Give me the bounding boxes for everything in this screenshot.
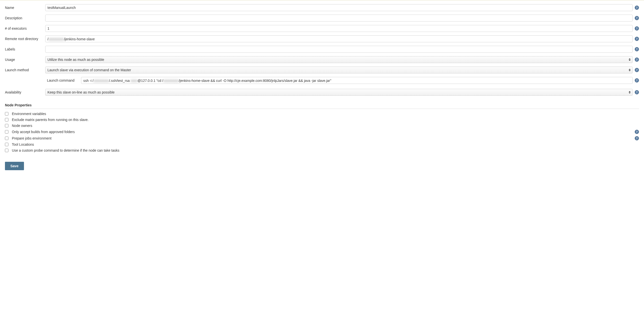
help-icon[interactable]: ? (634, 68, 639, 72)
row-availability: Availability Keep this slave on-line as … (5, 89, 639, 96)
svg-text:?: ? (636, 48, 638, 51)
check-approved-folders: Only accept builds from approved folders… (5, 130, 639, 134)
checkbox-node-owners[interactable] (5, 124, 8, 127)
row-executors: # of executors ? (5, 25, 639, 32)
svg-text:?: ? (636, 79, 638, 82)
svg-text:?: ? (636, 137, 638, 140)
label-executors: # of executors (5, 27, 43, 31)
check-label: Environment variables (12, 112, 633, 116)
help-icon[interactable]: ? (634, 90, 639, 95)
remote-root-input[interactable]: /xxxxxxxxx/jenkins-home-slave (45, 35, 633, 42)
check-label: Prepare jobs environment (12, 136, 633, 140)
help-icon[interactable]: ? (634, 130, 639, 134)
check-label: Exclude matrix parents from running on t… (12, 118, 633, 122)
check-env-variables: Environment variables (5, 112, 639, 116)
svg-text:?: ? (636, 6, 638, 10)
help-icon[interactable]: ? (634, 26, 639, 31)
node-properties-heading: Node Properties (5, 103, 639, 107)
help-icon[interactable]: ? (634, 57, 639, 62)
svg-text:?: ? (636, 130, 638, 134)
check-custom-probe: Use a custom probe command to determine … (5, 148, 639, 152)
svg-text:?: ? (636, 16, 638, 20)
label-launch-method: Launch method (5, 68, 43, 72)
row-labels: Labels ? (5, 46, 639, 53)
check-label: Tool Locations (12, 143, 633, 146)
save-button[interactable]: Save (5, 162, 24, 170)
label-description: Description (5, 16, 43, 20)
row-launch-method: Launch method Launch slave via execution… (5, 67, 639, 74)
check-prepare-jobs-env: Prepare jobs environment ? (5, 136, 639, 141)
checkbox-tool-locations[interactable] (5, 143, 8, 146)
row-name: Name ? (5, 4, 639, 11)
label-labels: Labels (5, 47, 43, 51)
check-tool-locations: Tool Locations (5, 143, 639, 146)
help-icon[interactable]: ? (634, 78, 639, 83)
svg-text:?: ? (636, 68, 638, 72)
help-icon[interactable]: ? (634, 136, 639, 141)
help-icon[interactable]: ? (634, 16, 639, 20)
label-availability: Availability (5, 90, 43, 94)
launch-command-input[interactable]: ssh -i /xxxxxxxxx/.ssh/test_rsa xxxx@127… (81, 77, 633, 84)
top-border (0, 0, 644, 1)
svg-text:?: ? (636, 37, 638, 41)
check-node-owners: Node owners (5, 124, 639, 128)
label-usage: Usage (5, 58, 43, 62)
labels-input[interactable] (45, 46, 633, 53)
svg-text:?: ? (636, 91, 638, 94)
checkbox-env-variables[interactable] (5, 112, 8, 116)
help-icon[interactable]: ? (634, 37, 639, 41)
label-name: Name (5, 6, 43, 10)
name-input[interactable] (45, 4, 633, 11)
label-remote-root: Remote root directory (5, 37, 43, 41)
svg-text:?: ? (636, 27, 638, 30)
checkbox-prepare-jobs-env[interactable] (5, 137, 8, 140)
row-remote-root: Remote root directory /xxxxxxxxx/jenkins… (5, 35, 639, 42)
checkbox-custom-probe[interactable] (5, 149, 8, 152)
availability-select[interactable]: Keep this slave on-line as much as possi… (45, 89, 633, 96)
divider (5, 109, 639, 109)
description-input[interactable] (45, 15, 633, 22)
help-icon[interactable]: ? (634, 6, 639, 10)
usage-select[interactable]: Utilize this node as much as possible (45, 56, 633, 63)
svg-text:?: ? (636, 58, 638, 61)
row-description: Description ? (5, 15, 639, 22)
help-icon[interactable]: ? (634, 47, 639, 52)
check-label: Use a custom probe command to determine … (12, 148, 633, 152)
check-label: Only accept builds from approved folders (12, 130, 633, 134)
label-launch-command: Launch command (47, 78, 79, 82)
row-usage: Usage Utilize this node as much as possi… (5, 56, 639, 63)
check-label: Node owners (12, 124, 633, 128)
checkbox-approved-folders[interactable] (5, 130, 8, 134)
row-launch-command: Launch command ssh -i /xxxxxxxxx/.ssh/te… (5, 77, 639, 84)
check-exclude-matrix: Exclude matrix parents from running on t… (5, 118, 639, 122)
launch-method-select[interactable]: Launch slave via execution of command on… (45, 67, 633, 74)
checkbox-exclude-matrix[interactable] (5, 118, 8, 121)
executors-input[interactable] (45, 25, 633, 32)
